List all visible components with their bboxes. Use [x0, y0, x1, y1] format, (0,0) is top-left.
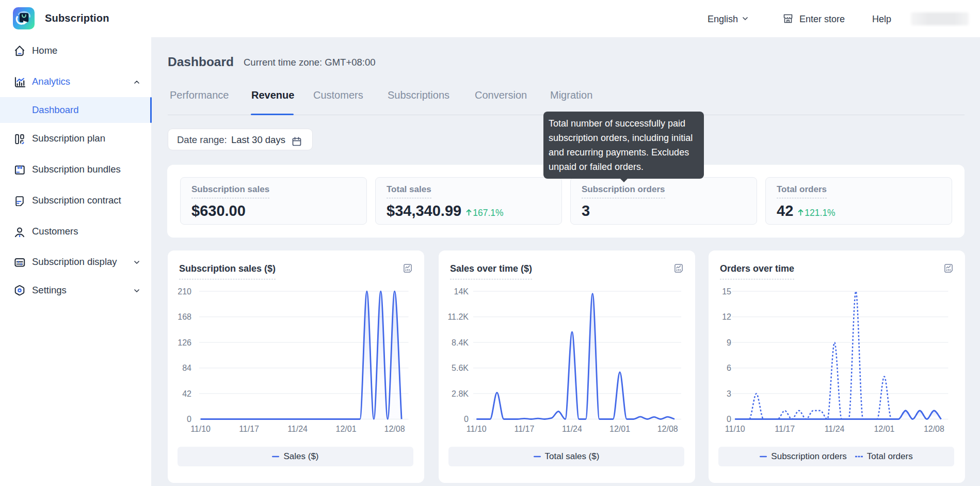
- svg-text:11/17: 11/17: [775, 425, 795, 433]
- svg-text:12/08: 12/08: [384, 425, 405, 433]
- svg-text:11/17: 11/17: [239, 425, 259, 433]
- svg-text:11/10: 11/10: [190, 425, 211, 433]
- svg-text:11/24: 11/24: [562, 425, 582, 433]
- svg-text:14K: 14K: [454, 287, 469, 296]
- svg-text:6: 6: [727, 364, 731, 372]
- svg-text:11/17: 11/17: [514, 425, 534, 433]
- svg-text:12/01: 12/01: [874, 425, 894, 433]
- svg-text:5.6K: 5.6K: [452, 364, 469, 372]
- svg-text:12/01: 12/01: [336, 425, 357, 433]
- svg-text:11.2K: 11.2K: [447, 312, 469, 321]
- svg-text:11/24: 11/24: [825, 425, 845, 433]
- svg-text:0: 0: [727, 415, 731, 424]
- svg-text:12/08: 12/08: [657, 425, 678, 433]
- svg-text:12: 12: [722, 312, 731, 321]
- svg-text:0: 0: [187, 415, 191, 424]
- svg-text:168: 168: [178, 312, 191, 321]
- svg-text:12/01: 12/01: [609, 425, 630, 433]
- svg-text:42: 42: [182, 389, 191, 398]
- svg-text:11/10: 11/10: [725, 425, 745, 433]
- svg-text:84: 84: [182, 364, 191, 372]
- svg-text:2.8K: 2.8K: [452, 389, 469, 398]
- svg-text:11/24: 11/24: [287, 425, 308, 433]
- svg-text:0: 0: [464, 415, 469, 424]
- svg-text:9: 9: [727, 338, 731, 347]
- svg-text:3: 3: [727, 389, 731, 398]
- svg-text:12/08: 12/08: [924, 425, 944, 433]
- svg-text:11/10: 11/10: [467, 425, 487, 433]
- svg-text:126: 126: [178, 338, 191, 347]
- svg-text:8.4K: 8.4K: [452, 338, 469, 347]
- svg-text:210: 210: [178, 287, 191, 296]
- svg-text:15: 15: [722, 287, 731, 296]
